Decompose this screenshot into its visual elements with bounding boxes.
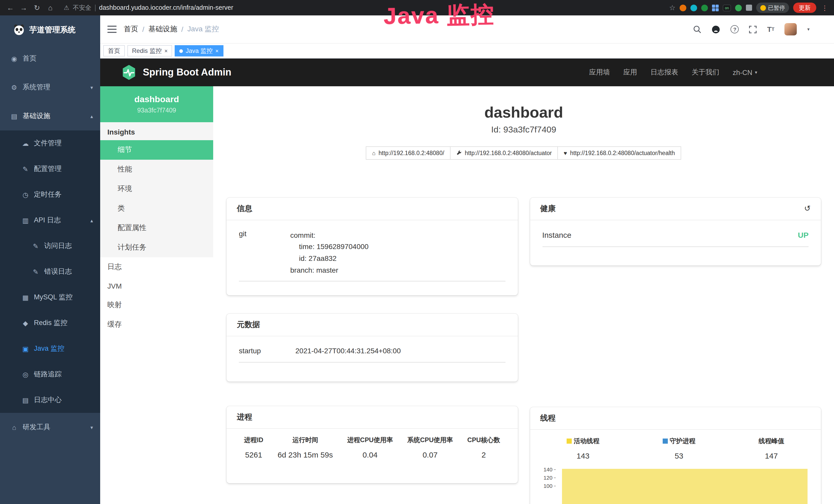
sidebar-item-home[interactable]: ◉ 首页	[0, 44, 100, 73]
sba-menu-logs[interactable]: 日志	[100, 257, 213, 277]
sidebar-item-system[interactable]: ⚙ 系统管理 ▾	[0, 73, 100, 102]
service-url-link[interactable]: ⌂ http://192.168.0.2:48080/	[366, 146, 451, 159]
avatar-caret-icon[interactable]: ▾	[807, 27, 810, 32]
card-header: 线程	[530, 407, 821, 430]
monitor-icon: ▣	[22, 345, 29, 352]
active-dot-icon	[179, 49, 183, 53]
stat-peak-threads: 线程峰值 147	[759, 437, 784, 460]
instance-header[interactable]: dashboard 93a3fc7f7409	[100, 86, 213, 122]
sidebar-item-config[interactable]: ✎ 配置管理	[0, 156, 100, 182]
sidebar-item-jobs[interactable]: ◷ 定时任务	[0, 182, 100, 207]
instance-name: dashboard	[134, 94, 179, 105]
paused-badge[interactable]: 已暂停	[756, 3, 789, 13]
page-title: dashboard	[213, 104, 834, 121]
sba-menu-details[interactable]: 细节	[100, 140, 213, 160]
hamburger-icon[interactable]	[107, 26, 117, 33]
help-icon[interactable]: ?	[731, 25, 739, 33]
breadcrumb-infra[interactable]: 基础设施	[149, 25, 177, 34]
instance-links: ⌂ http://192.168.0.2:48080/ http://192.1…	[213, 146, 834, 159]
stat-label: CPU核心数	[467, 436, 500, 444]
stat-pid: 进程ID 5261	[244, 436, 263, 459]
github-icon[interactable]	[712, 25, 721, 33]
bookmark-star-icon[interactable]: ☆	[669, 4, 676, 12]
sidebar-item-label: Redis 监控	[34, 318, 68, 328]
font-size-icon[interactable]: TT	[767, 25, 774, 33]
sidebar-item-mysql[interactable]: ▦ MySQL 监控	[0, 284, 100, 310]
sidebar-item-label: 访问日志	[44, 241, 72, 251]
sidebar-item-java-monitor[interactable]: ▣ Java 监控	[0, 336, 100, 362]
stat-label: 进程CPU使用率	[347, 436, 393, 444]
sba-brand-title[interactable]: Spring Boot Admin	[143, 67, 232, 78]
sidebar-item-files[interactable]: ☁ 文件管理	[0, 131, 100, 156]
process-card: 进程 进程ID 5261 运行时间	[226, 406, 518, 483]
stat-value: 147	[759, 451, 784, 460]
fullscreen-icon[interactable]	[749, 25, 757, 33]
wrench-icon	[456, 150, 462, 156]
extension-icon[interactable]	[680, 4, 686, 11]
sba-menu-caches[interactable]: 缓存	[100, 315, 213, 334]
sidebar-item-api-log[interactable]: ▥ API 日志 ▴	[0, 207, 100, 233]
sidebar-item-access-log[interactable]: ✎ 访问日志	[0, 233, 100, 259]
link-label: http://192.168.0.2:48080/actuator/health	[570, 150, 675, 156]
user-avatar[interactable]	[785, 23, 797, 36]
close-icon[interactable]: ×	[215, 48, 219, 54]
tab-redis-monitor[interactable]: Redis 监控 ×	[127, 45, 172, 56]
insights-label: Insights	[100, 122, 213, 140]
sidebar-item-error-log[interactable]: ✎ 错误日志	[0, 259, 100, 284]
y-axis-tick: 140	[540, 466, 555, 472]
extension-icon[interactable]	[701, 4, 708, 11]
app-title: 芋道管理系统	[29, 25, 75, 35]
sba-menu-jvm[interactable]: JVM	[100, 277, 213, 295]
sba-menu-metrics[interactable]: 性能	[100, 160, 213, 179]
actuator-url-link[interactable]: http://192.168.0.2:48080/actuator	[450, 146, 558, 159]
close-icon[interactable]: ×	[164, 48, 168, 54]
sba-menu-mappings[interactable]: 映射	[100, 295, 213, 315]
sba-nav-journal[interactable]: 日志报表	[650, 68, 678, 77]
reload-icon[interactable]: ↻	[32, 4, 42, 12]
home-icon[interactable]: ⌂	[45, 4, 56, 12]
sba-menu-classes[interactable]: 类	[100, 199, 213, 218]
git-id-line: id: 27aa832	[290, 253, 505, 264]
update-button[interactable]: 更新	[793, 3, 816, 13]
stat-system-cpu: 系统CPU使用率 0.07	[408, 436, 453, 459]
sidebar-item-log-center[interactable]: ▤ 日志中心	[0, 387, 100, 413]
browser-menu-icon[interactable]: ⋮	[820, 4, 829, 12]
sba-nav: 应用墙 应用 日志报表 关于我们 zh-CN ▾	[589, 68, 834, 77]
extension-leaf-icon[interactable]	[735, 4, 742, 11]
breadcrumb-home[interactable]: 首页	[124, 25, 138, 34]
extension-grid-icon[interactable]	[712, 4, 719, 11]
sba-nav-applications[interactable]: 应用	[623, 68, 637, 77]
back-icon[interactable]: ←	[5, 4, 16, 12]
extensions-puzzle-icon[interactable]	[746, 5, 752, 11]
sba-language-select[interactable]: zh-CN ▾	[732, 69, 757, 76]
extension-on-badge[interactable]: on	[723, 4, 731, 11]
chevron-down-icon: ▾	[755, 70, 757, 75]
sba-nav-about[interactable]: 关于我们	[692, 68, 719, 77]
chrome-right-cluster: ☆ on 已暂停 更新 ⋮	[669, 3, 829, 13]
forward-icon[interactable]: →	[19, 4, 29, 12]
search-icon[interactable]	[693, 25, 701, 33]
history-icon[interactable]: ↺	[804, 204, 811, 213]
breadcrumb-current: Java 监控	[188, 25, 219, 34]
extension-icon[interactable]	[690, 4, 697, 11]
cloud-icon: ☁	[22, 139, 29, 147]
health-url-link[interactable]: ♥ http://192.168.0.2:48080/actuator/heal…	[557, 146, 681, 159]
sba-menu-config-props[interactable]: 配置属性	[100, 218, 213, 238]
sba-menu-environment[interactable]: 环境	[100, 179, 213, 199]
url-text: dashboard.yudao.iocoder.cn/infra/admin-s…	[99, 4, 234, 11]
app-logo-row[interactable]: 芋道管理系统	[0, 16, 100, 44]
link-label: http://192.168.0.2:48080/	[379, 150, 444, 156]
sidebar-item-label: 基础设施	[23, 111, 50, 121]
sba-nav-wallboard[interactable]: 应用墙	[589, 68, 610, 77]
sidebar-item-dev-tools[interactable]: ⌂ 研发工具 ▾	[0, 413, 100, 442]
sidebar-item-infrastructure[interactable]: ▤ 基础设施 ▴	[0, 102, 100, 131]
sba-menu-scheduled-tasks[interactable]: 计划任务	[100, 238, 213, 257]
sidebar-item-tracing[interactable]: ◎ 链路追踪	[0, 362, 100, 387]
stat-value: 143	[567, 451, 599, 460]
chevron-up-icon: ▴	[90, 217, 93, 223]
tab-home[interactable]: 首页	[103, 45, 125, 56]
stat-label: 活动线程	[574, 437, 599, 445]
log-icon: ▥	[22, 216, 29, 224]
sidebar-item-redis[interactable]: ◆ Redis 监控	[0, 310, 100, 336]
tab-java-monitor[interactable]: Java 监控 ×	[175, 45, 223, 56]
